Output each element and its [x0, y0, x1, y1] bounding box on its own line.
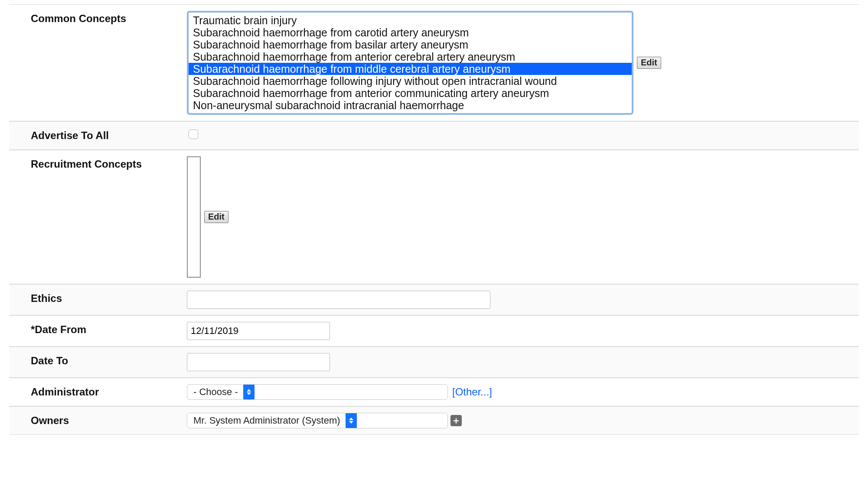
value-recruitment-concepts: Edit [187, 154, 859, 280]
edit-recruitment-concepts-button[interactable]: Edit [204, 211, 228, 223]
value-date-from [187, 319, 859, 343]
label-date-from: *Date From [9, 319, 187, 340]
administrator-select-value: - Choose - [187, 386, 243, 398]
row-recruitment-concepts: Recruitment Concepts Edit [9, 150, 859, 284]
label-administrator: Administrator [9, 382, 187, 402]
common-concepts-option[interactable]: Subarachnoid haemorrhage from carotid ar… [189, 26, 632, 39]
common-concepts-option[interactable]: Subarachnoid haemorrhage from anterior c… [189, 87, 632, 99]
advertise-to-all-checkbox[interactable] [189, 130, 198, 139]
value-common-concepts: Traumatic brain injurySubarachnoid haemo… [187, 8, 859, 117]
label-owners: Owners [9, 410, 187, 431]
common-concepts-option[interactable]: Traumatic brain injury [189, 14, 632, 26]
recruitment-concepts-listbox[interactable] [187, 156, 201, 278]
common-concepts-option[interactable]: Subarachnoid haemorrhage from basilar ar… [189, 39, 632, 51]
row-advertise-to-all: Advertise To All [9, 121, 859, 150]
ethics-input[interactable] [187, 291, 490, 309]
administrator-select[interactable]: - Choose - [187, 384, 448, 400]
common-concepts-option[interactable]: Subarachnoid haemorrhage following injur… [189, 75, 632, 87]
caret-up-down-icon [346, 413, 357, 428]
row-ethics: Ethics [9, 284, 859, 315]
value-ethics [187, 288, 859, 311]
common-concepts-option[interactable]: Subarachnoid haemorrhage from middle cer… [189, 63, 632, 75]
label-date-to: Date To [9, 350, 187, 371]
label-common-concepts: Common Concepts [9, 8, 187, 29]
administrator-other-link[interactable]: [Other...] [452, 386, 492, 398]
common-concepts-listbox[interactable]: Traumatic brain injurySubarachnoid haemo… [187, 11, 633, 115]
svg-marker-3 [349, 421, 353, 424]
svg-marker-2 [349, 418, 353, 420]
add-owner-button[interactable]: ＋ [450, 415, 462, 426]
edit-common-concepts-button[interactable]: Edit [637, 57, 661, 69]
common-concepts-option[interactable]: Non-aneurysmal subarachnoid intracranial… [189, 99, 632, 111]
svg-marker-0 [247, 389, 251, 392]
row-date-to: Date To [9, 347, 859, 378]
label-recruitment-concepts: Recruitment Concepts [9, 154, 187, 175]
plus-icon: ＋ [451, 416, 461, 425]
value-date-to [187, 350, 859, 374]
owners-select-value: Mr. System Administrator (System) [187, 415, 346, 426]
owners-select[interactable]: Mr. System Administrator (System) [187, 413, 448, 428]
date-to-input[interactable] [187, 353, 330, 371]
row-administrator: Administrator - Choose - [Other...] [9, 378, 859, 406]
value-administrator: - Choose - [Other...] [187, 382, 859, 402]
value-owners: Mr. System Administrator (System) ＋ [187, 410, 859, 431]
caret-up-down-icon [243, 385, 255, 399]
row-common-concepts: Common Concepts Traumatic brain injurySu… [9, 4, 859, 121]
label-ethics: Ethics [9, 288, 187, 309]
row-owners: Owners Mr. System Administrator (System)… [9, 406, 859, 435]
form-container: Common Concepts Traumatic brain injurySu… [9, 0, 859, 435]
row-date-from: *Date From [9, 315, 859, 347]
label-advertise-to-all: Advertise To All [9, 125, 187, 146]
svg-marker-1 [247, 392, 251, 395]
value-advertise-to-all [187, 125, 859, 143]
common-concepts-option[interactable]: Subarachnoid haemorrhage from anterior c… [189, 51, 632, 63]
date-from-input[interactable] [187, 322, 330, 340]
